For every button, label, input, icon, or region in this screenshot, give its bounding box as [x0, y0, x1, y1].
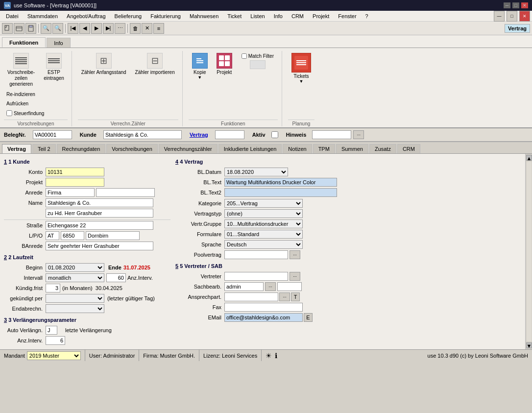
rb-projekt[interactable]: Projekt [213, 51, 236, 77]
kategorie-select[interactable]: 205...Vertrag [224, 199, 303, 208]
bl-text-input[interactable] [224, 178, 337, 187]
rb-zaehler-anfang[interactable]: ⊞ Zähler Anfangsstand [78, 51, 130, 77]
rb-estp[interactable]: ESTPeintragen [40, 51, 68, 83]
ribbon-tab-info[interactable]: Info [47, 38, 70, 48]
anz-interv-input[interactable] [106, 273, 126, 282]
sprache-select[interactable]: Deutsch [224, 240, 303, 249]
belegNr-input[interactable] [33, 130, 72, 139]
nav-tab-verrechnungszaehler[interactable]: Verrechnungszähler [159, 144, 218, 153]
email-input[interactable] [224, 313, 303, 322]
menu-datei[interactable]: Datei [2, 12, 23, 20]
menu-info[interactable]: Info [270, 12, 287, 20]
endabrechn-select[interactable] [46, 304, 104, 313]
sachbearb-btn[interactable]: ··· [265, 282, 276, 291]
match-filter-checkbox[interactable] [242, 53, 247, 59]
beginn-select[interactable]: 01.08.2020 [46, 263, 104, 272]
rb-reindizieren[interactable]: Re-indizieren [4, 90, 68, 98]
vertreter-input[interactable] [224, 272, 288, 281]
kuend-input[interactable] [46, 284, 60, 292]
plz-input[interactable] [61, 231, 84, 240]
scroll-up[interactable]: ▲ [526, 155, 532, 161]
vertrag-label[interactable]: Vertrag [190, 132, 208, 138]
bl-text2-input[interactable] [224, 188, 337, 197]
ansprechpart-btn[interactable]: ··· [279, 292, 290, 301]
window-toolbar-btn1[interactable]: — [494, 11, 505, 22]
menu-ticket[interactable]: Ticket [223, 12, 245, 20]
strasse-input[interactable] [46, 221, 153, 230]
intervall-select[interactable]: monatlich [46, 273, 104, 282]
window-toolbar-btn2[interactable]: □ [507, 11, 517, 22]
ort-input[interactable] [86, 231, 140, 240]
anz-interv-ver-input[interactable] [46, 336, 65, 345]
nav-tab-notizen[interactable]: Notizen [283, 144, 312, 153]
nav-tab-inkludierte[interactable]: Inkludierte Leistungen [218, 144, 282, 153]
menu-belieferung[interactable]: Belieferung [111, 12, 146, 20]
window-toolbar-btn3[interactable]: ✕ [519, 11, 530, 22]
name2-input[interactable] [46, 209, 153, 218]
hinweis-input[interactable] [312, 130, 351, 139]
rb-match-filter[interactable]: Match Filter [238, 51, 278, 71]
tb-extra[interactable]: ≡ [153, 23, 164, 34]
rb-tickets[interactable]: Tickets ▼ [288, 51, 314, 86]
banrede-input[interactable] [46, 242, 153, 250]
name-input1[interactable] [46, 198, 153, 207]
tb-cancel[interactable]: ✕ [142, 23, 152, 34]
scrollbar[interactable]: ▲ ▼ [525, 154, 532, 349]
hinweis-btn[interactable]: ··· [353, 130, 364, 139]
menu-angebot[interactable]: Angebot/Auftrag [63, 12, 110, 20]
tb-search2[interactable]: 🔍 [52, 23, 63, 34]
vertragstyp-select[interactable]: (ohne) [224, 209, 303, 218]
mandant-select[interactable]: 2019 Muster [27, 351, 81, 360]
tb-first[interactable]: |◀ [68, 23, 78, 34]
nav-tab-vorschreibungen[interactable]: Vorschreibungen [106, 144, 158, 153]
tb-open[interactable] [14, 23, 24, 34]
close-button[interactable]: ✕ [521, 2, 528, 8]
maximize-button[interactable]: □ [512, 2, 519, 8]
tb-save[interactable] [25, 23, 36, 34]
tb-prev[interactable]: ◀ [79, 23, 90, 34]
menu-fenster[interactable]: Fenster [334, 12, 360, 20]
nav-tab-teil2[interactable]: Teil 2 [32, 144, 56, 153]
fax-input[interactable] [224, 303, 303, 312]
tb-next[interactable]: ▶ [91, 23, 102, 34]
ansprechpart-t-btn[interactable]: T [291, 292, 300, 301]
rb-aufrücken[interactable]: Aufrücken [4, 99, 68, 108]
konto-input[interactable] [46, 168, 104, 176]
menu-fakturierung[interactable]: Fakturierung [146, 12, 185, 20]
menu-projekt[interactable]: Projekt [309, 12, 333, 20]
formulare-select[interactable]: 01...Standard [224, 230, 303, 239]
auto-verlaeng-input[interactable] [46, 326, 57, 335]
bl-datum-select[interactable]: 18.08.2020 [224, 168, 288, 176]
menu-mahnwesen[interactable]: Mahnwesen [186, 12, 222, 20]
ansprechpart-input[interactable] [224, 292, 278, 301]
aktiv-checkbox[interactable] [271, 131, 278, 138]
menu-help[interactable]: ? [362, 12, 372, 20]
ribbon-tab-funktionen[interactable]: Funktionen [2, 37, 46, 48]
rb-kopie[interactable]: Kopie ▼ [189, 51, 211, 82]
land-input[interactable] [46, 231, 59, 240]
nav-tab-summen[interactable]: Summen [336, 144, 368, 153]
anrede-input2[interactable] [96, 188, 155, 197]
kunde-input[interactable] [103, 130, 182, 139]
rb-steuerfindung[interactable]: Steuerfindung [4, 109, 68, 118]
tb-last[interactable]: ▶| [103, 23, 114, 34]
email-e-btn[interactable]: E [304, 313, 313, 322]
tb-search1[interactable]: 🔍 [41, 23, 51, 34]
nav-tab-crm[interactable]: CRM [397, 144, 420, 153]
tb-delete[interactable]: 🗑 [130, 23, 141, 34]
poolvertrag-btn[interactable]: ··· [290, 250, 300, 259]
tb-more[interactable]: ⋯ [115, 23, 125, 34]
vertreter-btn[interactable]: ··· [290, 272, 300, 281]
projekt-input[interactable] [46, 178, 104, 187]
menu-listen[interactable]: Listen [246, 12, 268, 20]
anrede-input[interactable] [46, 188, 95, 197]
rb-vorschreibe-zeilen[interactable]: Vorschreibe-zeilengenerieren [4, 51, 38, 89]
tb-new[interactable] [2, 23, 13, 34]
minimize-button[interactable]: ─ [504, 2, 510, 8]
steuerfindung-checkbox[interactable] [6, 110, 12, 116]
poolvertrag-input[interactable] [224, 250, 288, 259]
menu-stammdaten[interactable]: Stammdaten [24, 12, 62, 20]
scroll-down[interactable]: ▼ [526, 342, 532, 348]
nav-tab-vertrag[interactable]: Vertrag [2, 144, 31, 153]
nav-tab-rechnungdaten[interactable]: Rechnungdaten [57, 144, 106, 153]
